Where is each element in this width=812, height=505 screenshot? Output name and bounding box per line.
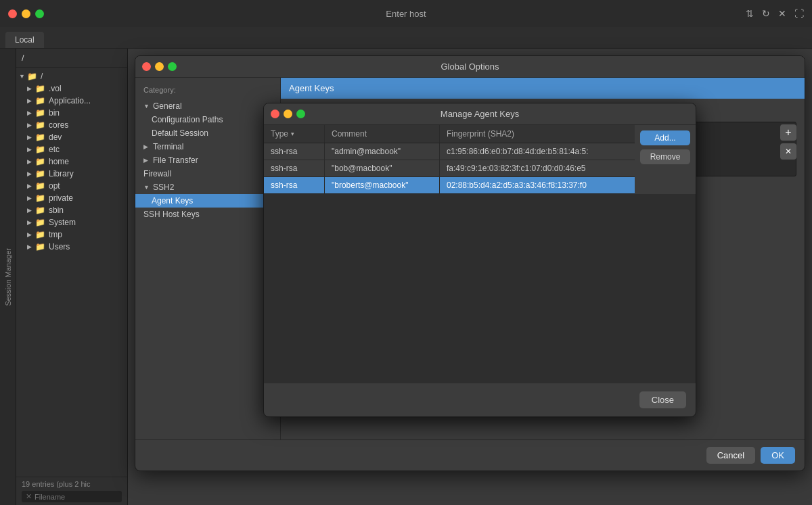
mak-title-bar: Manage Agent Keys	[264, 103, 696, 125]
list-item[interactable]: ▶📁Library	[16, 168, 127, 180]
row2-fingerprint: fa:49:c9:1e:03:82:3f:c1:07:d0:d0:46:e5	[440, 160, 635, 176]
category-ssh-host-keys[interactable]: SSH Host Keys	[135, 208, 280, 221]
category-panel: Category: ▼ General Configuration Paths …	[135, 78, 281, 439]
row3-comment: "broberts@macbook"	[325, 177, 440, 193]
session-manager-sidebar: Session Manager	[0, 49, 16, 505]
row2-type: ssh-rsa	[264, 160, 325, 176]
agent-keys-header: Agent Keys	[281, 78, 805, 99]
file-tree: ▼ 📁 / ▶📁.vol ▶📁Applicatio... ▶📁bin ▶📁cor…	[16, 68, 127, 477]
mak-fullscreen-button[interactable]	[296, 110, 305, 118]
row1-comment: "admin@macbook"	[325, 143, 440, 160]
row1-fingerprint: c1:95:86:d6:e0:b7:d8:4d:de:b5:81:4a:5:	[440, 143, 635, 160]
local-tab[interactable]: Local	[5, 32, 44, 48]
remove-key-button[interactable]: ✕	[780, 143, 796, 160]
dialog-traffic-lights	[142, 62, 177, 71]
refresh-icon[interactable]: ↻	[762, 8, 770, 19]
table-row[interactable]: ssh-rsa "admin@macbook" c1:95:86:d6:e0:b…	[264, 143, 635, 160]
file-panel-path: /	[16, 49, 127, 68]
manage-agent-keys-dialog: Manage Agent Keys Type ▾ Comment Fingerp…	[263, 103, 696, 417]
list-item[interactable]: ▶📁sbin	[16, 204, 127, 216]
entries-count: 19 entries (plus 2 hic	[22, 480, 122, 488]
file-panel: / ▼ 📁 / ▶📁.vol ▶📁Applicatio... ▶📁bin ▶📁c…	[16, 49, 128, 505]
dialog-close-button[interactable]	[142, 62, 151, 71]
category-file-transfer[interactable]: ▶ File Transfer	[135, 153, 280, 167]
filter-icon: ✕	[26, 492, 32, 501]
col-fingerprint-header[interactable]: Fingerprint (SHA2)	[440, 125, 635, 143]
expand-icon[interactable]: ⛶	[794, 8, 804, 19]
list-item[interactable]: ▶📁opt	[16, 180, 127, 192]
list-item[interactable]: ▶📁home	[16, 155, 127, 168]
title-bar: Enter host ⇅ ↻ ✕ ⛶	[0, 0, 812, 27]
right-content-area: Global Options Category: ▼ General Confi…	[128, 49, 812, 505]
list-item[interactable]: ▶📁.vol	[16, 82, 127, 95]
list-item[interactable]: ▶📁Users	[16, 241, 127, 253]
col-type-header[interactable]: Type ▾	[264, 125, 325, 143]
remove-key-mak-button[interactable]: Remove	[640, 149, 690, 164]
list-item[interactable]: ▶📁Applicatio...	[16, 95, 127, 107]
mak-footer: Close	[264, 383, 696, 416]
mak-traffic-lights	[271, 110, 305, 118]
toolbar-right: ⇅ ↻ ✕ ⛶	[746, 8, 804, 19]
file-panel-footer: 19 entries (plus 2 hic ✕	[16, 477, 127, 505]
main-area: Session Manager / ▼ 📁 / ▶📁.vol ▶📁Applica…	[0, 49, 812, 505]
global-options-title-bar: Global Options	[135, 56, 805, 78]
row2-comment: "bob@macbook"	[325, 160, 440, 176]
sort-icon[interactable]: ⇅	[746, 8, 754, 19]
table-row[interactable]: ssh-rsa "bob@macbook" fa:49:c9:1e:03:82:…	[264, 160, 635, 177]
row1-type: ssh-rsa	[264, 143, 325, 160]
mak-title: Manage Agent Keys	[441, 109, 519, 119]
traffic-lights	[8, 9, 44, 18]
mak-table-container: Type ▾ Comment Fingerprint (SHA2) ssh-rs…	[264, 125, 696, 194]
list-item[interactable]: ▶📁etc	[16, 143, 127, 155]
close-icon[interactable]: ✕	[778, 8, 786, 19]
ok-button[interactable]: OK	[761, 447, 795, 464]
filter-row: ✕	[22, 491, 122, 502]
tab-bar: Local	[0, 27, 812, 49]
list-item[interactable]: ▶📁bin	[16, 107, 127, 119]
list-item[interactable]: ▶📁cores	[16, 119, 127, 131]
row3-fingerprint: 02:88:b5:d4:a2:d5:a3:a3:46:f8:13:37:f0	[440, 177, 635, 193]
table-row[interactable]: ssh-rsa "broberts@macbook" 02:88:b5:d4:a…	[264, 177, 635, 194]
mak-actions: Add... Remove	[635, 125, 696, 170]
mak-empty-area	[264, 194, 696, 383]
category-general[interactable]: ▼ General	[135, 99, 280, 113]
list-item[interactable]: ▶📁private	[16, 192, 127, 204]
global-options-title: Global Options	[441, 62, 499, 72]
add-key-button[interactable]: +	[780, 124, 796, 141]
category-firewall[interactable]: Firewall	[135, 167, 280, 181]
mak-close-button[interactable]	[271, 110, 279, 118]
dialog-minimize-button[interactable]	[155, 62, 164, 71]
category-terminal[interactable]: ▶ Terminal	[135, 140, 280, 153]
category-ssh2[interactable]: ▼ SSH2	[135, 181, 280, 194]
fullscreen-button[interactable]	[35, 9, 44, 18]
mak-minimize-button[interactable]	[284, 110, 292, 118]
sort-arrow-icon: ▾	[291, 130, 294, 137]
tree-root[interactable]: ▼ 📁 /	[16, 70, 127, 82]
add-key-mak-button[interactable]: Add...	[640, 130, 690, 145]
session-manager-label: Session Manager	[4, 248, 12, 306]
category-agent-keys[interactable]: Agent Keys	[135, 194, 280, 208]
row3-type: ssh-rsa	[264, 177, 325, 193]
list-item[interactable]: ▶📁System	[16, 216, 127, 229]
category-default-session[interactable]: Default Session	[135, 126, 280, 140]
close-button[interactable]	[8, 9, 17, 18]
mak-body: Type ▾ Comment Fingerprint (SHA2) ssh-rs…	[264, 125, 696, 383]
app-title: Enter host	[386, 9, 426, 19]
category-configuration-paths[interactable]: Configuration Paths	[135, 113, 280, 126]
cancel-button[interactable]: Cancel	[706, 447, 755, 464]
dialog-fullscreen-button[interactable]	[168, 62, 177, 71]
category-label: Category:	[135, 83, 280, 99]
mak-close-dialog-button[interactable]: Close	[639, 391, 686, 408]
list-item[interactable]: ▶📁tmp	[16, 229, 127, 241]
global-options-footer: Cancel OK	[135, 439, 805, 471]
list-item[interactable]: ▶📁dev	[16, 131, 127, 143]
filename-filter-input[interactable]	[35, 493, 118, 501]
mak-table-header: Type ▾ Comment Fingerprint (SHA2)	[264, 125, 635, 143]
minimize-button[interactable]	[22, 9, 30, 18]
col-comment-header[interactable]: Comment	[325, 125, 440, 143]
